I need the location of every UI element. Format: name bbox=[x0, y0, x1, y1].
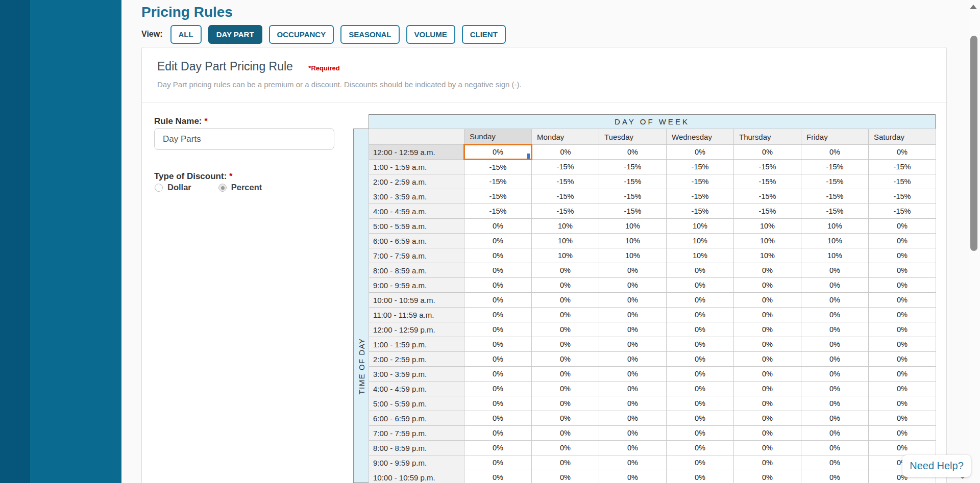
grid-cell[interactable]: 0% bbox=[464, 145, 532, 160]
grid-cell[interactable]: 0% bbox=[464, 441, 532, 455]
grid-cell[interactable]: 10% bbox=[532, 248, 599, 263]
grid-cell[interactable]: 0% bbox=[734, 293, 801, 308]
grid-cell[interactable]: 0% bbox=[667, 470, 734, 483]
rule-name-input[interactable] bbox=[154, 128, 334, 150]
grid-cell[interactable]: 10% bbox=[734, 219, 801, 234]
grid-cell[interactable]: 0% bbox=[599, 308, 667, 322]
grid-cell[interactable]: 0% bbox=[464, 426, 532, 441]
grid-cell[interactable]: 0% bbox=[734, 411, 801, 426]
grid-cell[interactable]: 0% bbox=[532, 293, 599, 308]
view-button-day-part[interactable]: DAY PART bbox=[208, 25, 262, 44]
grid-cell[interactable]: 0% bbox=[801, 426, 869, 441]
grid-cell[interactable]: -15% bbox=[734, 189, 801, 204]
grid-cell[interactable]: 0% bbox=[464, 263, 532, 278]
grid-cell[interactable]: 0% bbox=[464, 219, 532, 234]
grid-cell[interactable]: 0% bbox=[532, 411, 599, 426]
grid-cell[interactable]: 0% bbox=[801, 411, 869, 426]
grid-cell[interactable]: 0% bbox=[869, 145, 936, 160]
grid-cell[interactable]: -15% bbox=[869, 204, 936, 219]
grid-cell[interactable]: 0% bbox=[869, 293, 936, 308]
grid-cell[interactable]: 10% bbox=[801, 248, 869, 263]
grid-cell[interactable]: 0% bbox=[599, 263, 667, 278]
grid-cell[interactable]: -15% bbox=[869, 160, 936, 174]
grid-cell[interactable]: 0% bbox=[801, 293, 869, 308]
grid-cell[interactable]: -15% bbox=[532, 160, 599, 174]
grid-cell[interactable]: 0% bbox=[801, 455, 869, 470]
grid-cell[interactable]: 0% bbox=[734, 322, 801, 337]
grid-cell[interactable]: 0% bbox=[599, 337, 667, 352]
grid-cell[interactable]: 0% bbox=[869, 382, 936, 396]
grid-cell[interactable]: 0% bbox=[734, 426, 801, 441]
grid-cell[interactable]: 0% bbox=[869, 411, 936, 426]
grid-cell[interactable]: 0% bbox=[599, 441, 667, 455]
grid-cell[interactable]: 0% bbox=[734, 278, 801, 293]
grid-cell[interactable]: -15% bbox=[801, 174, 869, 189]
grid-cell[interactable]: -15% bbox=[667, 189, 734, 204]
grid-cell[interactable]: 0% bbox=[734, 352, 801, 367]
grid-cell[interactable]: -15% bbox=[667, 204, 734, 219]
grid-cell[interactable]: 0% bbox=[667, 308, 734, 322]
grid-cell[interactable]: 0% bbox=[734, 441, 801, 455]
grid-cell[interactable]: 0% bbox=[464, 278, 532, 293]
grid-cell[interactable]: 10% bbox=[734, 248, 801, 263]
grid-cell[interactable]: -15% bbox=[464, 204, 532, 219]
grid-cell[interactable]: 0% bbox=[532, 426, 599, 441]
grid-cell[interactable]: 0% bbox=[464, 248, 532, 263]
grid-cell[interactable]: 0% bbox=[532, 278, 599, 293]
grid-cell[interactable]: 0% bbox=[801, 470, 869, 483]
grid-cell[interactable]: 0% bbox=[599, 367, 667, 382]
grid-cell[interactable]: 0% bbox=[599, 382, 667, 396]
grid-cell[interactable]: 0% bbox=[667, 278, 734, 293]
view-button-seasonal[interactable]: SEASONAL bbox=[340, 25, 399, 44]
grid-cell[interactable]: 0% bbox=[734, 382, 801, 396]
grid-cell[interactable]: -15% bbox=[532, 189, 599, 204]
grid-cell[interactable]: 0% bbox=[734, 470, 801, 483]
grid-cell[interactable]: 0% bbox=[667, 322, 734, 337]
grid-cell[interactable]: 0% bbox=[801, 382, 869, 396]
grid-cell[interactable]: -15% bbox=[599, 189, 667, 204]
grid-cell[interactable]: 0% bbox=[801, 352, 869, 367]
grid-cell[interactable]: 10% bbox=[532, 234, 599, 248]
grid-cell[interactable]: 0% bbox=[464, 234, 532, 248]
grid-cell[interactable]: 10% bbox=[667, 219, 734, 234]
grid-cell[interactable]: 0% bbox=[869, 367, 936, 382]
grid-cell[interactable]: 0% bbox=[734, 367, 801, 382]
grid-cell[interactable]: 0% bbox=[667, 145, 734, 160]
grid-cell[interactable]: 0% bbox=[801, 308, 869, 322]
view-button-client[interactable]: CLIENT bbox=[462, 25, 506, 44]
grid-cell[interactable]: 0% bbox=[667, 337, 734, 352]
grid-cell[interactable]: -15% bbox=[734, 160, 801, 174]
grid-cell[interactable]: 0% bbox=[532, 322, 599, 337]
grid-cell[interactable]: 0% bbox=[801, 263, 869, 278]
grid-cell[interactable]: 10% bbox=[734, 234, 801, 248]
grid-cell[interactable]: 10% bbox=[801, 219, 869, 234]
grid-cell[interactable]: 0% bbox=[464, 337, 532, 352]
grid-cell[interactable]: 0% bbox=[464, 411, 532, 426]
grid-cell[interactable]: 0% bbox=[801, 367, 869, 382]
grid-cell[interactable]: 0% bbox=[599, 396, 667, 411]
grid-cell[interactable]: 0% bbox=[532, 308, 599, 322]
grid-cell[interactable]: -15% bbox=[464, 174, 532, 189]
grid-cell[interactable]: 0% bbox=[869, 396, 936, 411]
grid-cell[interactable]: 0% bbox=[532, 352, 599, 367]
scrollbar-thumb[interactable] bbox=[970, 36, 977, 251]
grid-cell[interactable]: 0% bbox=[599, 426, 667, 441]
grid-cell[interactable]: -15% bbox=[869, 189, 936, 204]
grid-cell[interactable]: 0% bbox=[599, 278, 667, 293]
grid-cell[interactable]: 0% bbox=[667, 293, 734, 308]
grid-cell[interactable]: 0% bbox=[667, 411, 734, 426]
grid-cell[interactable]: 0% bbox=[464, 308, 532, 322]
grid-cell[interactable]: -15% bbox=[599, 174, 667, 189]
grid-cell[interactable]: -15% bbox=[532, 174, 599, 189]
grid-cell[interactable]: 0% bbox=[801, 278, 869, 293]
grid-cell[interactable]: 0% bbox=[532, 367, 599, 382]
grid-cell[interactable]: 0% bbox=[869, 248, 936, 263]
grid-cell[interactable]: 0% bbox=[667, 426, 734, 441]
view-button-occupancy[interactable]: OCCUPANCY bbox=[269, 25, 334, 44]
radio-percent[interactable] bbox=[218, 184, 227, 192]
grid-cell[interactable]: -15% bbox=[801, 204, 869, 219]
grid-cell[interactable]: 0% bbox=[734, 145, 801, 160]
grid-cell[interactable]: -15% bbox=[667, 160, 734, 174]
grid-cell[interactable]: 0% bbox=[801, 322, 869, 337]
grid-cell[interactable]: 10% bbox=[667, 234, 734, 248]
